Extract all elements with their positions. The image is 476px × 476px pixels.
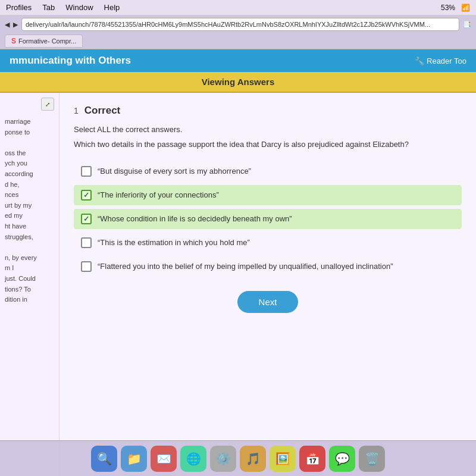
menu-help[interactable]: Help [104, 3, 120, 12]
choice-2[interactable]: ✓ “The inferiority of your connections” [74, 185, 462, 205]
dock-icon-trash[interactable]: 🗑️ [359, 446, 385, 472]
nav-back[interactable]: ◀ [5, 21, 10, 29]
question-header: 1 Correct [74, 105, 462, 117]
next-button[interactable]: Next [237, 291, 299, 313]
url-input[interactable]: delivery/ualr/la/launch/7878/45521355/aH… [21, 18, 459, 31]
dock-icon-calendar[interactable]: 📅 [299, 446, 325, 472]
dock-icon-music[interactable]: 🎵 [240, 446, 266, 472]
dock-icon-photos[interactable]: 🖼️ [270, 446, 296, 472]
battery-status: 53% [441, 4, 455, 12]
tab-bar: S Formative- Compr... [0, 33, 476, 49]
choice-4-text: “This is the estimation in which you hol… [98, 238, 250, 247]
dock-icon-mail[interactable]: ✉️ [151, 446, 177, 472]
checkbox-2[interactable]: ✓ [81, 190, 92, 201]
tab-label: Formative- Compr... [18, 37, 76, 45]
app-title: mmunicating with Others [10, 55, 131, 67]
browser-chrome: ◀ ▶ delivery/ualr/la/launch/7878/4552135… [0, 15, 476, 49]
choice-2-text: “The inferiority of your connections” [98, 190, 219, 199]
menu-window[interactable]: Window [65, 3, 93, 12]
dock-icon-browser[interactable]: 🌐 [180, 446, 206, 472]
choice-1[interactable]: “But disguise of every sort is my abhorr… [74, 161, 462, 181]
checkbox-3[interactable]: ✓ [81, 214, 92, 224]
choice-5-text: “Flattered you into the belief of my bei… [98, 262, 393, 271]
checkbox-5[interactable] [81, 261, 92, 272]
reader-tools[interactable]: 🔧 Reader Too [415, 57, 466, 65]
dock-icon-finder[interactable]: 🔍 [91, 446, 117, 472]
choice-4[interactable]: “This is the estimation in which you hol… [74, 233, 462, 253]
dock-icon-files[interactable]: 📁 [121, 446, 147, 472]
question-instruction: Select ALL the correct answers. [74, 125, 462, 134]
menubar-right: 53% 📶 [441, 4, 470, 12]
browser-tab[interactable]: S Formative- Compr... [5, 35, 83, 48]
choice-5[interactable]: “Flattered you into the belief of my bei… [74, 256, 462, 277]
menu-profiles[interactable]: Profiles [6, 3, 32, 12]
tab-favicon: S [11, 37, 16, 45]
sidebar-passage-text: marriage ponse to oss the ych you accord… [5, 117, 54, 305]
checkbox-1[interactable] [81, 166, 92, 177]
address-bar: ◀ ▶ delivery/ualr/la/launch/7878/4552135… [0, 15, 476, 33]
question-panel: 1 Correct Select ALL the correct answers… [60, 93, 476, 476]
menubar: Profiles Tab Window Help 53% 📶 [0, 0, 476, 15]
wifi-icon: 📶 [461, 4, 470, 12]
question-body: Which two details in the passage support… [74, 139, 462, 151]
choice-3-text: “Whose condition in life is so decidedly… [98, 214, 292, 223]
question-number: 1 [74, 106, 79, 115]
main-content: ⤢ marriage ponse to oss the ych you acco… [0, 93, 476, 476]
expand-button[interactable]: ⤢ [41, 98, 54, 111]
choice-1-text: “But disguise of every sort is my abhorr… [98, 167, 251, 176]
sidebar: ⤢ marriage ponse to oss the ych you acco… [0, 93, 60, 476]
bookmark-icon[interactable]: 📑 [463, 21, 471, 29]
answer-choices: “But disguise of every sort is my abhorr… [74, 161, 462, 277]
checkbox-4[interactable] [81, 237, 92, 248]
wrench-icon: 🔧 [415, 57, 424, 65]
viewing-answers-banner: Viewing Answers [0, 72, 476, 93]
menu-tab[interactable]: Tab [42, 3, 55, 12]
dock: 🔍 📁 ✉️ 🌐 ⚙️ 🎵 🖼️ 📅 💬 🗑️ [0, 440, 476, 476]
nav-forward[interactable]: ▶ [13, 21, 18, 29]
correct-badge: Correct [84, 105, 120, 117]
dock-icon-settings[interactable]: ⚙️ [210, 446, 236, 472]
app-header: mmunicating with Others 🔧 Reader Too [0, 49, 476, 72]
choice-3[interactable]: ✓ “Whose condition in life is so decided… [74, 209, 462, 229]
dock-icon-messages[interactable]: 💬 [329, 446, 355, 472]
